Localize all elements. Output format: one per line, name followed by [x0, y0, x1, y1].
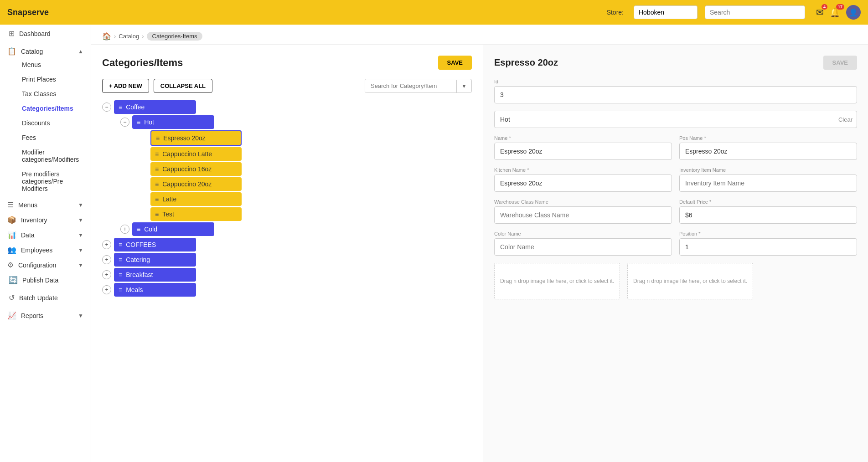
sidebar-section-employees[interactable]: 👥 Employees ▼ [0, 241, 91, 256]
dashboard-icon: ⊞ [9, 29, 15, 38]
breakfast-node[interactable]: ≡ Breakfast [114, 268, 196, 282]
name-field: Name * [494, 135, 672, 160]
reports-label: Reports [21, 312, 43, 319]
cold-toggle[interactable]: + [120, 225, 129, 234]
name-input[interactable] [494, 143, 672, 160]
breakfast-node-label: Breakfast [126, 271, 153, 278]
meals-toggle[interactable]: + [102, 285, 111, 294]
menus-chevron: ▼ [78, 202, 83, 208]
cappuccino-16oz-label: Cappuccino 16oz [162, 165, 212, 173]
mail-badge: 4 [822, 4, 827, 10]
tree-controls: + ADD NEW COLLAPSE ALL ▼ [102, 79, 472, 93]
drop-zone-2[interactable]: Drag n drop image file here, or click to… [627, 263, 753, 299]
collapse-all-button[interactable]: COLLAPSE ALL [154, 79, 212, 93]
default-price-input[interactable] [679, 206, 857, 224]
breadcrumb-home[interactable]: 🏠 [102, 32, 111, 41]
category-input[interactable] [494, 111, 857, 128]
hot-node-label: Hot [144, 118, 154, 126]
avatar[interactable]: 👤 [846, 5, 861, 20]
cold-node-icon: ≡ [137, 226, 140, 233]
cappuccino-latte-leaf[interactable]: ≡ Cappuccino Latte [150, 147, 242, 161]
pos-name-field: Pos Name * [679, 135, 857, 160]
coffee-node[interactable]: ≡ Coffee [114, 100, 196, 114]
left-pane-header: Categories/Items SAVE [102, 56, 472, 70]
color-name-input[interactable] [494, 238, 672, 256]
drop-zone-1[interactable]: Drag n drop image file here, or click to… [494, 263, 620, 299]
drop-zone-2-text: Drag n drop image file here, or click to… [633, 278, 747, 284]
sidebar-item-menus[interactable]: Menus [15, 57, 91, 72]
hot-toggle[interactable]: − [120, 118, 129, 127]
sidebar-item-batch-update[interactable]: ↺ Batch Update [0, 289, 91, 307]
sidebar-item-fees[interactable]: Fees [15, 130, 91, 145]
search-input[interactable] [705, 5, 805, 19]
sidebar-section-menus[interactable]: ☰ Menus ▼ [0, 196, 91, 211]
hot-node[interactable]: ≡ Hot [132, 115, 214, 129]
coffees-toggle[interactable]: + [102, 240, 111, 249]
topnav: Snapserve Store: ✉ 4 🔔 17 👤 [0, 0, 868, 25]
id-input[interactable] [494, 86, 857, 103]
kitchen-name-input[interactable] [494, 175, 672, 192]
espresso-20oz-leaf[interactable]: ≡ Espresso 20oz [150, 130, 242, 146]
test-label: Test [162, 210, 174, 218]
inventory-item-name-input[interactable] [679, 175, 857, 192]
catering-toggle[interactable]: + [102, 255, 111, 264]
drop-zone-1-text: Drag n drop image file here, or click to… [500, 278, 614, 284]
sidebar-item-dashboard[interactable]: ⊞ Dashboard [0, 25, 91, 42]
configuration-icon: ⚙ [7, 261, 14, 269]
sidebar-item-pre-modifiers[interactable]: Pre modifiers categories/Pre Modifiers [15, 167, 91, 196]
cappuccino-20oz-icon: ≡ [155, 180, 159, 188]
coffee-toggle[interactable]: − [102, 103, 111, 112]
pos-name-input[interactable] [679, 143, 857, 160]
store-label: Store: [607, 9, 624, 16]
sidebar-section-reports[interactable]: 📈 Reports ▼ [0, 307, 91, 322]
tree-row: + ≡ Breakfast [102, 268, 472, 282]
store-input[interactable] [634, 5, 698, 19]
sidebar-item-modifier-categories[interactable]: Modifier categories/Modifiers [15, 145, 91, 167]
cappuccino-16oz-leaf[interactable]: ≡ Cappuccino 16oz [150, 162, 242, 176]
cappuccino-16oz-icon: ≡ [155, 165, 159, 173]
category-search-input[interactable] [365, 79, 456, 92]
warehouse-class-name-label: Warehouse Class Name [494, 199, 672, 205]
test-icon: ≡ [155, 210, 159, 218]
left-save-button[interactable]: SAVE [438, 56, 472, 70]
sidebar-item-categories-items[interactable]: Categories/Items [15, 101, 91, 116]
breakfast-toggle[interactable]: + [102, 270, 111, 279]
meals-node[interactable]: ≡ Meals [114, 283, 196, 297]
espresso-20oz-label: Espresso 20oz [163, 134, 206, 142]
breadcrumb-current: Categories-Items [147, 32, 203, 41]
mail-icon-wrap[interactable]: ✉ 4 [816, 7, 824, 18]
cappuccino-latte-icon: ≡ [155, 150, 159, 158]
latte-leaf[interactable]: ≡ Latte [150, 192, 242, 206]
breadcrumb-sep2: › [142, 33, 144, 40]
default-price-field: Default Price * [679, 199, 857, 224]
right-save-button[interactable]: SAVE [823, 56, 857, 70]
coffees-node[interactable]: ≡ COFFEES [114, 238, 196, 252]
category-search-box: ▼ [365, 79, 472, 93]
test-leaf[interactable]: ≡ Test [150, 207, 242, 221]
cold-node[interactable]: ≡ Cold [132, 222, 214, 236]
sidebar-item-print-places[interactable]: Print Places [15, 72, 91, 87]
position-input[interactable] [679, 238, 857, 256]
add-new-button[interactable]: + ADD NEW [102, 79, 149, 93]
tree-row: − ≡ Coffee [102, 100, 472, 114]
sidebar-section-data[interactable]: 📊 Data ▼ [0, 226, 91, 241]
clear-button[interactable]: Clear [838, 116, 852, 123]
sidebar-item-tax-classes[interactable]: Tax Classes [15, 87, 91, 101]
sidebar: ⊞ Dashboard 📋 Catalog ▲ Menus Print Plac… [0, 25, 91, 462]
catalog-submenu: Menus Print Places Tax Classes Categorie… [0, 57, 91, 196]
data-label: Data [21, 231, 35, 239]
catering-node[interactable]: ≡ Catering [114, 253, 196, 267]
sidebar-item-discounts[interactable]: Discounts [15, 116, 91, 130]
sidebar-item-publish-data[interactable]: 🔄 Publish Data [0, 271, 91, 289]
search-box-arrow[interactable]: ▼ [456, 80, 471, 92]
sidebar-section-configuration[interactable]: ⚙ Configuration ▼ [0, 256, 91, 271]
meals-node-icon: ≡ [119, 286, 122, 293]
breadcrumb-catalog[interactable]: Catalog [119, 33, 139, 40]
left-pane-title: Categories/Items [102, 57, 183, 69]
sidebar-section-catalog[interactable]: 📋 Catalog ▲ [0, 42, 91, 57]
sidebar-section-inventory[interactable]: 📦 Inventory ▼ [0, 211, 91, 226]
warehouse-class-name-input[interactable] [494, 206, 672, 224]
cappuccino-20oz-leaf[interactable]: ≡ Cappuccino 20oz [150, 177, 242, 191]
cappuccino-latte-label: Cappuccino Latte [162, 150, 212, 158]
bell-icon-wrap[interactable]: 🔔 17 [829, 7, 841, 18]
